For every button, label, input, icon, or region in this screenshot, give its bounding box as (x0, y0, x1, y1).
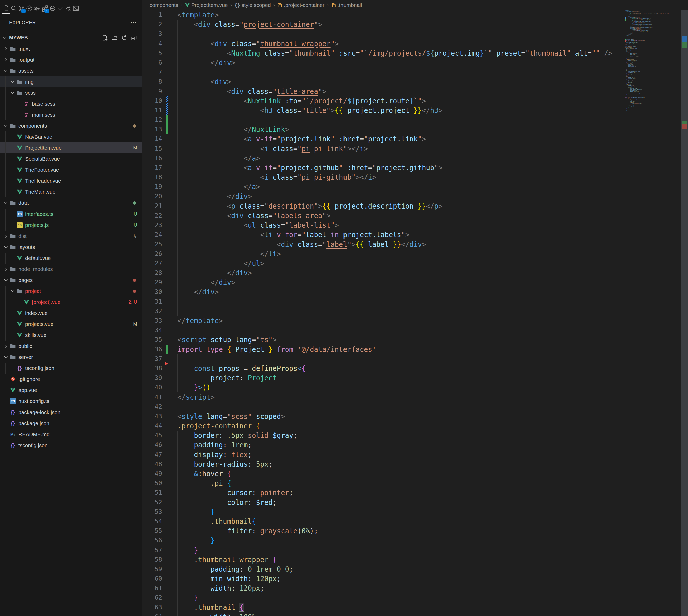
code-line-52[interactable]: 52 color: $red; (142, 498, 624, 507)
tree-item-TheFooter.vue[interactable]: TheFooter.vue (0, 164, 142, 175)
line-number[interactable]: 4 (142, 39, 162, 48)
tree-item-scss[interactable]: scss (0, 87, 142, 98)
line-number[interactable]: 11 (142, 106, 162, 115)
code-line-22[interactable]: 22 <div class="labels-area"> (142, 211, 624, 220)
code-line-30[interactable]: 30 </div> (142, 287, 624, 296)
line-number[interactable]: 40 (142, 383, 162, 392)
tree-item-.gitignore[interactable]: .gitignore (0, 374, 142, 385)
line-number[interactable]: 2 (142, 20, 162, 29)
live-share-icon[interactable] (64, 3, 72, 13)
line-number[interactable]: 32 (142, 306, 162, 316)
code-line-13[interactable]: 13 </NuxtLink> (142, 125, 624, 134)
line-number[interactable]: 56 (142, 536, 162, 545)
refresh-icon[interactable] (121, 35, 127, 41)
source-control-icon[interactable]: 5 (18, 3, 25, 13)
code-line-54[interactable]: 54 .thumbnail{ (142, 516, 624, 526)
line-number[interactable]: 20 (142, 192, 162, 201)
code-line-34[interactable]: 34 (142, 325, 624, 335)
code-line-14[interactable]: 14 <a v-if="project.link" :href="project… (142, 134, 624, 144)
line-number[interactable]: 48 (142, 459, 162, 469)
tree-item-project[interactable]: project (0, 286, 142, 296)
code-line-27[interactable]: 27 </ul> (142, 259, 624, 268)
files-icon[interactable] (2, 3, 10, 13)
code-line-48[interactable]: 48 border-radius: 5px; (142, 459, 624, 469)
code-line-26[interactable]: 26 </li> (142, 249, 624, 259)
breadcrumb-item[interactable]: .project-container (277, 2, 324, 8)
more-actions-icon[interactable]: ⋯ (130, 19, 137, 26)
line-number[interactable]: 60 (142, 574, 162, 584)
new-folder-icon[interactable] (111, 35, 118, 41)
line-number[interactable]: 13 (142, 125, 162, 134)
code-line-17[interactable]: 17 <a v-if="project.github" :href="proje… (142, 163, 624, 173)
code-line-62[interactable]: 62 } (142, 593, 624, 602)
code-line-29[interactable]: 29 </div> (142, 278, 624, 287)
tree-item-dist[interactable]: dist↳ (0, 230, 142, 242)
code-line-6[interactable]: 6 </div> (142, 58, 624, 67)
line-number[interactable]: 16 (142, 153, 162, 163)
code-line-5[interactable]: 5 <NuxtImg class="thumbnail" :src="`/img… (142, 48, 624, 58)
code-line-23[interactable]: 23 <ul class="label-list"> (142, 220, 624, 230)
code-line-58[interactable]: 58 .thumbnail-wrapper { (142, 555, 624, 565)
code-line-59[interactable]: 59 padding: 0 1rem 0 0; (142, 565, 624, 574)
extensions-icon[interactable]: 1 (41, 3, 48, 13)
line-number[interactable]: 33 (142, 316, 162, 325)
line-number[interactable]: 1 (142, 10, 162, 20)
tree-item-default.vue[interactable]: default.vue (0, 252, 142, 264)
line-number[interactable]: 10 (142, 96, 162, 106)
line-number[interactable]: 21 (142, 201, 162, 211)
tree-item-img[interactable]: img (0, 76, 142, 87)
line-number[interactable]: 12 (142, 115, 162, 125)
tree-item-README.md[interactable]: M↓README.md (0, 429, 142, 440)
tree-item-projects.vue[interactable]: projects.vueM (0, 318, 142, 330)
line-number[interactable]: 23 (142, 220, 162, 230)
tree-item-node_modules[interactable]: node_modules (0, 264, 142, 274)
collapse-all-icon[interactable] (131, 35, 137, 41)
line-number[interactable]: 52 (142, 498, 162, 507)
tree-item-tsconfig.json[interactable]: {}tsconfig.json (0, 440, 142, 451)
line-number[interactable]: 34 (142, 325, 162, 335)
minimap[interactable]: <template> <div class="project-container… (624, 10, 682, 616)
code-line-2[interactable]: 2 <div class="project-container"> (142, 20, 624, 29)
run-debug-icon[interactable] (33, 3, 41, 13)
code-editor[interactable]: 1<template>2 <div class="project-contain… (142, 10, 624, 616)
code-line-12[interactable]: 12 (142, 115, 624, 125)
tree-item-data[interactable]: data (0, 197, 142, 208)
line-number[interactable]: 3 (142, 29, 162, 39)
code-line-46[interactable]: 46 padding: 1rem; (142, 440, 624, 449)
code-line-36[interactable]: 36import type { Project } from '@/data/i… (142, 345, 624, 354)
breadcrumb-item[interactable]: {}style scoped (234, 2, 271, 8)
line-number[interactable]: 18 (142, 173, 162, 182)
code-line-20[interactable]: 20 </div> (142, 192, 624, 201)
workspace-section-header[interactable]: MYWEB (0, 32, 142, 43)
code-line-61[interactable]: 61 width: 120px; (142, 584, 624, 593)
tree-item-layouts[interactable]: layouts (0, 242, 142, 252)
line-number[interactable]: 44 (142, 421, 162, 431)
line-number[interactable]: 50 (142, 478, 162, 488)
line-number[interactable]: 17 (142, 163, 162, 173)
code-line-35[interactable]: 35<script setup lang="ts"> (142, 335, 624, 345)
code-line-15[interactable]: 15 <i class="pi pi-link"></i> (142, 144, 624, 153)
tree-item-main.scss[interactable]: main.scss (0, 109, 142, 120)
tree-item-public[interactable]: public (0, 341, 142, 352)
tree-item-nuxt.config.ts[interactable]: TSnuxt.config.ts (0, 396, 142, 407)
code-line-43[interactable]: 43<style lang="scss" scoped> (142, 412, 624, 421)
line-number[interactable]: 5 (142, 48, 162, 58)
code-line-47[interactable]: 47 display: flex; (142, 450, 624, 459)
verified-check-icon[interactable] (25, 3, 33, 13)
line-number[interactable]: 29 (142, 278, 162, 287)
line-number[interactable]: 43 (142, 412, 162, 421)
line-number[interactable]: 62 (142, 593, 162, 602)
code-line-18[interactable]: 18 <i class="pi pi-github"></i> (142, 173, 624, 182)
line-number[interactable]: 6 (142, 58, 162, 67)
wavy-circle-icon[interactable] (48, 3, 56, 13)
code-line-1[interactable]: 1<template> (142, 10, 624, 20)
code-line-3[interactable]: 3 (142, 29, 624, 39)
code-line-44[interactable]: 44.project-container { (142, 421, 624, 431)
line-number[interactable]: 7 (142, 67, 162, 77)
line-number[interactable]: 58 (142, 555, 162, 565)
tree-item-pages[interactable]: pages (0, 274, 142, 286)
code-line-37[interactable]: 37 (142, 354, 624, 364)
line-number[interactable]: 57 (142, 545, 162, 555)
tree-item-index.vue[interactable]: index.vue (0, 308, 142, 318)
line-number[interactable]: 36 (142, 345, 162, 354)
